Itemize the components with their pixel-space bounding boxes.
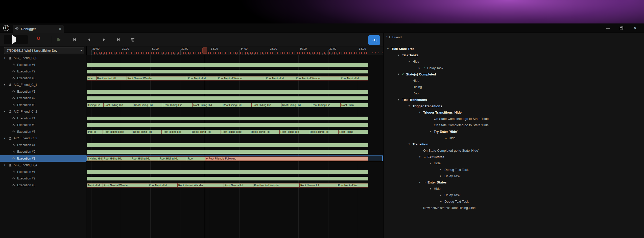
detail-tree-item[interactable]: ▼Trigger Transitions 'Hide'	[384, 109, 644, 116]
timeline-segment[interactable]: Root Hiding Hid	[250, 130, 280, 134]
timeline-row[interactable]: nderRoot Neutral IdlRoot Neutral WanderR…	[86, 75, 383, 82]
expander-open-icon[interactable]: ▼	[408, 143, 413, 145]
timeline-segment[interactable]: Root Neutral Idl	[224, 183, 253, 187]
timeline-segment[interactable]: Root Hiding	[339, 130, 368, 134]
timeline-segment[interactable]: Root Neutral Idl	[265, 76, 295, 80]
expander-closed-icon[interactable]: ▶	[440, 175, 444, 177]
expander-open-icon[interactable]: ▼	[4, 84, 7, 86]
timeline-row[interactable]	[86, 62, 383, 68]
expander-open-icon[interactable]: ▼	[408, 60, 413, 63]
detail-tree-item[interactable]: ▼Tick Transitions	[384, 97, 644, 103]
timeline-row[interactable]	[86, 148, 383, 155]
timeline-row[interactable]: t Hiding HidRoot Hiding HidRoot Hiding H…	[86, 155, 383, 162]
timeline-segment[interactable]: Root Hiding Hide	[103, 130, 132, 134]
timeline-bar-segments[interactable]: ing HidRoot Hiding HideRoot Hiding HidRo…	[87, 130, 368, 134]
timeline-row[interactable]: Hiding HidRoot Hiding HidRoot Hiding Hid…	[86, 102, 383, 109]
timeline-segment[interactable]: t Hiding Hid	[87, 157, 103, 161]
sidebar-item-execution[interactable]: Execution #2	[0, 68, 86, 75]
detail-tree-item[interactable]: ▼✓State(s) Completed	[384, 71, 644, 77]
sidebar-item-execution[interactable]: Execution #2	[0, 175, 86, 182]
expander-open-icon[interactable]: ▼	[4, 137, 7, 140]
detail-tree-item[interactable]: Hiding	[384, 84, 644, 90]
timeline-segment[interactable]: ◆Root Friendly Following	[205, 157, 368, 161]
timeline-bar[interactable]	[87, 63, 368, 67]
detail-tree-item[interactable]: On State Completed go to State 'Hide'	[384, 147, 644, 154]
sidebar-item-execution[interactable]: Execution #3	[0, 128, 86, 135]
detail-tree-item[interactable]: ▶Debug Text Task	[384, 198, 644, 205]
timeline-segment[interactable]: Root Neutral Id	[340, 76, 368, 80]
detail-tree-item[interactable]: →Hide	[384, 135, 644, 141]
expander-open-icon[interactable]: ▼	[397, 73, 402, 75]
sidebar-item-actor[interactable]: ▼AIC_Friend_C_4	[0, 162, 86, 169]
detail-tree-item[interactable]: On State Completed go to State 'Hide'	[384, 116, 644, 122]
detail-tree-item[interactable]: ▼←Exit States	[384, 154, 644, 160]
sidebar-item-execution[interactable]: Execution #1	[0, 88, 86, 95]
expander-open-icon[interactable]: ▼	[397, 98, 402, 101]
timeline-row[interactable]	[86, 122, 383, 128]
detail-tree-item[interactable]: Hide	[384, 77, 644, 84]
resume-button[interactable]	[54, 36, 64, 44]
timeline-segment[interactable]: Root Hiding Hid	[281, 103, 311, 107]
timeline-bar[interactable]	[87, 70, 368, 73]
expander-open-icon[interactable]: ▼	[408, 105, 413, 107]
expander-open-icon[interactable]: ▼	[387, 48, 391, 50]
timeline-row[interactable]	[86, 68, 383, 75]
timeline-bar[interactable]	[87, 96, 368, 100]
timeline-canvas[interactable]: nderRoot Neutral IdlRoot Neutral WanderR…	[86, 55, 383, 238]
timeline-bar-segments[interactable]: Hiding HidRoot Hiding HidRoot Hiding Hid…	[87, 103, 368, 107]
timeline-row[interactable]	[86, 142, 383, 149]
detail-tree-item[interactable]: New active states: Root.Hiding.Hide	[384, 205, 644, 211]
timeline-segment[interactable]: Root Hiding Hid	[131, 157, 159, 161]
next-frame-button[interactable]	[99, 36, 109, 44]
timeline-segment[interactable]: Neutral Idl	[87, 183, 103, 187]
tab-close-icon[interactable]: ×	[59, 27, 61, 31]
expander-closed-icon[interactable]: ▶	[440, 168, 444, 171]
tab-debugger[interactable]: Debugger ×	[13, 25, 64, 33]
timeline-row[interactable]	[86, 169, 383, 175]
sidebar-item-execution[interactable]: Execution #3	[0, 102, 86, 109]
timeline-segment[interactable]: Root Hiding Hid	[162, 130, 191, 134]
last-frame-button[interactable]	[114, 36, 123, 44]
detail-tree-item[interactable]: ▼Hide	[384, 186, 644, 192]
timeline-segment[interactable]: Root Hiding Hid	[222, 103, 252, 107]
timeline-bar[interactable]	[87, 150, 368, 154]
detail-tree-item[interactable]: ▼→Enter States	[384, 179, 644, 186]
timeline-segment[interactable]: Root Hiding Hid	[133, 103, 163, 107]
timeline-row[interactable]	[86, 115, 383, 122]
sidebar-item-execution[interactable]: Execution #1	[0, 169, 86, 175]
timeline-segment[interactable]: Root Neutral Wander	[103, 183, 148, 187]
timeline-bar[interactable]	[87, 170, 368, 174]
timeline-segment[interactable]: Root Hiding Hid	[191, 130, 221, 134]
timeline-segment[interactable]: ing Hid	[87, 130, 103, 134]
timeline-segment[interactable]: Root Neutral Wander	[295, 76, 340, 80]
timeline-segment[interactable]: Root Neutral Wander	[127, 76, 187, 80]
session-dropdown[interactable]: 2759693516-Win64-UnrealEditor-Dev ▾	[4, 47, 84, 54]
timeline-bar[interactable]	[87, 123, 368, 127]
first-frame-button[interactable]	[69, 36, 79, 44]
close-button[interactable]: ×	[628, 23, 642, 33]
sidebar-item-execution[interactable]: Execution #2	[0, 95, 86, 102]
timeline-segment[interactable]: Root Hiding Hid	[311, 103, 341, 107]
detail-tree-item[interactable]: ▼Tick State Tree	[384, 46, 644, 52]
clear-recording-button[interactable]	[128, 36, 137, 44]
jump-to-latest-button[interactable]	[368, 35, 380, 45]
timeline-segment[interactable]: Root Neutral Wander	[217, 76, 265, 80]
expander-open-icon[interactable]: ▼	[419, 111, 423, 114]
sidebar-item-execution[interactable]: Execution #2	[0, 122, 86, 128]
restore-button[interactable]	[615, 23, 628, 33]
timeline-segment[interactable]: Root Neutral Idl	[97, 76, 127, 80]
sidebar-item-execution[interactable]: Execution #1	[0, 142, 86, 149]
detail-tree-item[interactable]: ▼Hide	[384, 160, 644, 166]
expander-open-icon[interactable]: ▼	[429, 188, 434, 190]
detail-tree-item[interactable]: On State Completed go to State 'Hide'	[384, 122, 644, 128]
timeline-segment[interactable]: Root Neutral Idl	[148, 183, 178, 187]
timeline-row[interactable]: ing HidRoot Hiding HideRoot Hiding HidRo…	[86, 128, 383, 135]
timeline-bar[interactable]	[87, 90, 368, 94]
sidebar-item-actor[interactable]: ▼AIC_Friend_C_0	[0, 55, 86, 62]
expander-open-icon[interactable]: ▼	[397, 54, 402, 57]
timeline-segment[interactable]: Roo	[187, 157, 205, 161]
timeline-segment[interactable]: Root Neutral Idl	[187, 76, 217, 80]
timeline-ruler[interactable]: 29.0030.0031.0032.0033.0034.0035.0036.00…	[86, 46, 383, 55]
playhead-ruler-marker[interactable]	[202, 47, 207, 54]
timeline-segment[interactable]: Root Hiding Hid	[103, 157, 131, 161]
